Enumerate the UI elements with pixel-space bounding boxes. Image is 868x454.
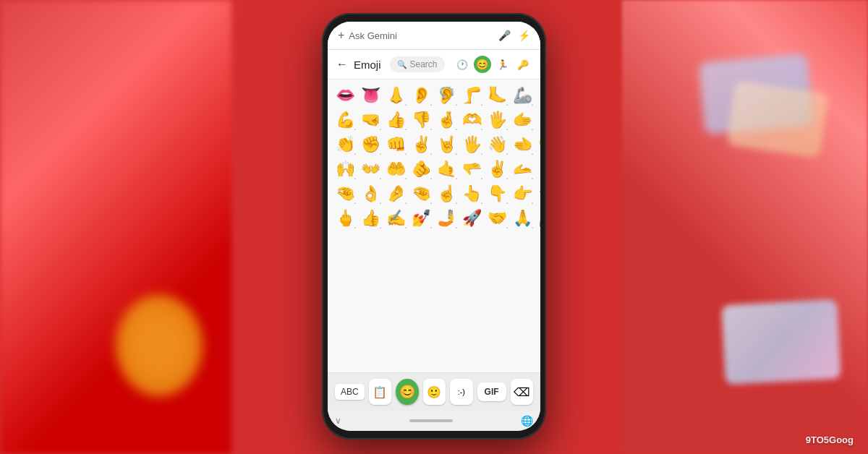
emoji-mechanical-arm[interactable]: 🦾 <box>511 84 535 107</box>
emoji-call-me[interactable]: 🤙 <box>435 158 459 181</box>
emoji-fist[interactable]: ✊ <box>359 133 383 156</box>
gif-button[interactable]: GIF <box>477 382 506 401</box>
mic-icon[interactable]: 🎤 <box>498 30 511 41</box>
emoji-backhand-down[interactable]: 👇 <box>485 182 509 205</box>
emoji-header: ← Emoji 🔍 Search 🕐 😊 🏃 🔑 📱 <box>328 50 540 80</box>
ask-gemini-right: 🎤 ⚡ <box>498 30 530 41</box>
emoji-leftwards-hand[interactable]: 🫳 <box>536 133 540 156</box>
search-box[interactable]: 🔍 Search <box>390 56 445 72</box>
bars-icon[interactable]: ⚡ <box>518 30 530 41</box>
emoji-clapping[interactable]: 👏 <box>333 133 357 156</box>
emoji-palm-up[interactable]: 🫳 <box>460 158 484 181</box>
emoji-thumbs-down[interactable]: 👎 <box>409 108 433 132</box>
phone-screen: + Ask Gemini 🎤 ⚡ ← Emoji 🔍 Search 🕐 <box>328 22 540 431</box>
emoji-people-hugging[interactable]: 🫂 <box>536 207 540 230</box>
ask-gemini-bar: + Ask Gemini 🎤 ⚡ <box>328 22 540 50</box>
chevron-down-icon[interactable]: ∨ <box>335 416 341 426</box>
globe-icon[interactable]: 🌐 <box>521 415 533 427</box>
bg-blur-left <box>0 0 231 454</box>
emoji-lips[interactable]: 👄 <box>333 84 357 107</box>
emoji-grid: 👄 👅 👃 👂 🦻 🦵 🦶 🦾 🦿 💪 🤜 👍 👎 🤞 🫶 🖐 🫱 👋 <box>328 80 540 372</box>
search-placeholder: Search <box>410 59 438 69</box>
emoji-backhand-right[interactable]: 👉 <box>511 182 535 205</box>
emoji-index-pointing-up[interactable]: ☝️ <box>435 182 459 205</box>
emoji-writing[interactable]: ✍️ <box>384 207 408 230</box>
emoji-nail-polish[interactable]: 💅 <box>409 207 433 230</box>
emoji-rocket[interactable]: 🚀 <box>460 207 484 230</box>
emoji-ear2[interactable]: 🦻 <box>435 84 459 107</box>
emoji-title: Emoji <box>354 59 381 71</box>
emoji-foot[interactable]: 🦶 <box>485 84 509 107</box>
cat-people[interactable]: 🏃 <box>494 56 511 73</box>
search-icon: 🔍 <box>397 60 407 69</box>
emoji-open-hand[interactable]: 🖐 <box>460 133 484 156</box>
emoji-raising-hands[interactable]: 🙌 <box>333 158 357 181</box>
emoji-mechanical-leg[interactable]: 🦿 <box>536 84 540 107</box>
emoji-handshake[interactable]: 🤝 <box>485 207 509 230</box>
emoji-selfie[interactable]: 🤳 <box>435 207 459 230</box>
home-bar <box>409 419 453 422</box>
keyboard-toolbar: ABC 📋 😊 🙂 :-) GIF ⌫ <box>328 372 540 411</box>
emoji-tongue[interactable]: 👅 <box>359 84 383 107</box>
emoji-leg[interactable]: 🦵 <box>460 84 484 107</box>
cat-objects[interactable]: 🔑 <box>514 56 532 73</box>
emoji-palms-up[interactable]: 🤲 <box>384 158 408 181</box>
emoji-ok-hand[interactable]: 👌 <box>359 182 383 205</box>
cat-emoji[interactable]: 😊 <box>474 56 491 73</box>
emoji-rightward-hand[interactable]: 🫱 <box>511 108 535 132</box>
emoji-spock[interactable]: 🖖 <box>536 158 540 181</box>
bg-object-yellow <box>116 295 203 396</box>
ask-gemini-text[interactable]: Ask Gemini <box>349 30 396 41</box>
bg-card-3 <box>721 299 841 385</box>
emoji-backhand-left[interactable]: 👈 <box>536 182 540 205</box>
phone-device: + Ask Gemini 🎤 ⚡ ← Emoji 🔍 Search 🕐 <box>322 13 546 440</box>
phone-bottom-bar: ∨ 🌐 <box>328 411 540 431</box>
backspace-button[interactable]: ⌫ <box>511 379 533 405</box>
cat-symbols[interactable]: 📱 <box>535 56 540 73</box>
watermark: 9TO5Goog <box>806 434 854 445</box>
emoji-palm-facing[interactable]: 🫴 <box>511 158 535 181</box>
emoji-ear[interactable]: 👂 <box>409 84 433 107</box>
emoji-oncoming-fist[interactable]: 👊 <box>384 133 408 156</box>
emoji-pinched-fingers[interactable]: 🤌 <box>384 182 408 205</box>
emoji-thumbsup2[interactable]: 👍 <box>359 207 383 230</box>
emoji-pinching[interactable]: 🤏 <box>333 182 357 205</box>
kaomoji-button[interactable]: :-) <box>450 379 472 405</box>
emoji-thumbs-up[interactable]: 👍 <box>384 108 408 132</box>
emoji-middle-finger[interactable]: 🖕 <box>333 207 357 230</box>
emoji-backhand-up[interactable]: 👆 <box>460 182 484 205</box>
emoji-raised-hand[interactable]: 🖐 <box>485 108 509 132</box>
abc-button[interactable]: ABC <box>335 384 365 400</box>
emoji-wave[interactable]: 👋 <box>536 108 540 132</box>
cat-recent[interactable]: 🕐 <box>454 56 471 73</box>
emoji-button[interactable]: 😊 <box>396 379 418 405</box>
emoji-right-fist[interactable]: 🤜 <box>359 108 383 132</box>
emoji-index-up[interactable]: 🫵 <box>409 158 433 181</box>
emoji-folded-hands[interactable]: 🙏 <box>511 207 535 230</box>
ask-gemini-left: + Ask Gemini <box>338 29 397 42</box>
category-row: 🕐 😊 🏃 🔑 📱 <box>454 56 540 73</box>
emoji-victory[interactable]: ✌️ <box>409 133 433 156</box>
emoji-heart-hands[interactable]: 🫶 <box>460 108 484 132</box>
emoji-backhand-index-up[interactable]: ✌️ <box>485 158 509 181</box>
clipboard-button[interactable]: 📋 <box>369 379 391 405</box>
emoji-waving-hand[interactable]: 👋 <box>485 133 509 156</box>
emoji-palm-down[interactable]: 🫲 <box>511 133 535 156</box>
back-arrow-button[interactable]: ← <box>336 58 348 71</box>
emoji-sign-of-horns[interactable]: 🤘 <box>435 133 459 156</box>
emoji-flexed-biceps[interactable]: 💪 <box>333 108 357 132</box>
phone-wrapper: + Ask Gemini 🎤 ⚡ ← Emoji 🔍 Search 🕐 <box>322 13 546 440</box>
bg-card-2 <box>726 80 828 158</box>
emoji-pinching2[interactable]: 🤏 <box>409 182 433 205</box>
emoji-crossed-fingers[interactable]: 🤞 <box>435 108 459 132</box>
sticker-button[interactable]: 🙂 <box>423 379 446 405</box>
plus-icon: + <box>338 29 344 42</box>
emoji-nose[interactable]: 👃 <box>384 84 408 107</box>
emoji-open-hands[interactable]: 👐 <box>359 158 383 181</box>
